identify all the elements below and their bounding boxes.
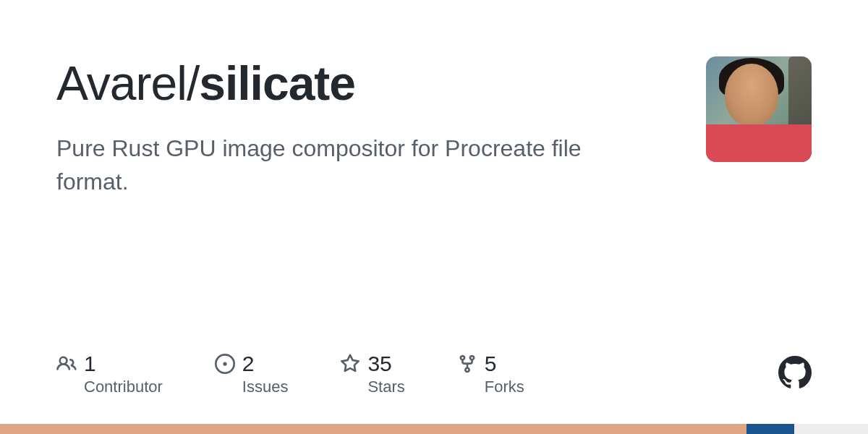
stat-forks[interactable]: 5 Forks: [457, 352, 524, 396]
language-segment: [794, 424, 868, 434]
forks-label: Forks: [485, 378, 524, 396]
language-segment: [0, 424, 746, 434]
stars-label: Stars: [367, 378, 404, 396]
repo-stats: 1 Contributor 2 Issues 35 Stars: [56, 352, 524, 396]
repo-description: Pure Rust GPU image compositor for Procr…: [56, 132, 642, 199]
stat-stars[interactable]: 35 Stars: [340, 352, 404, 396]
repo-title: Avarel/silicate: [56, 56, 678, 111]
forks-count: 5: [485, 352, 497, 376]
star-icon: [340, 354, 360, 374]
issues-label: Issues: [242, 378, 289, 396]
issues-count: 2: [242, 352, 255, 376]
contributors-label: Contributor: [84, 378, 163, 396]
contributors-count: 1: [84, 352, 96, 376]
repo-name[interactable]: silicate: [199, 56, 355, 110]
stars-count: 35: [367, 352, 391, 376]
language-segment: [746, 424, 794, 434]
stat-contributors[interactable]: 1 Contributor: [56, 352, 163, 396]
fork-icon: [457, 354, 477, 374]
people-icon: [56, 354, 77, 374]
language-bar: [0, 424, 868, 434]
repo-separator: /: [187, 56, 199, 110]
repo-owner[interactable]: Avarel: [56, 56, 187, 110]
issue-icon: [215, 354, 235, 374]
owner-avatar[interactable]: [706, 56, 812, 162]
stat-issues[interactable]: 2 Issues: [215, 352, 289, 396]
github-logo-icon[interactable]: [778, 356, 812, 392]
